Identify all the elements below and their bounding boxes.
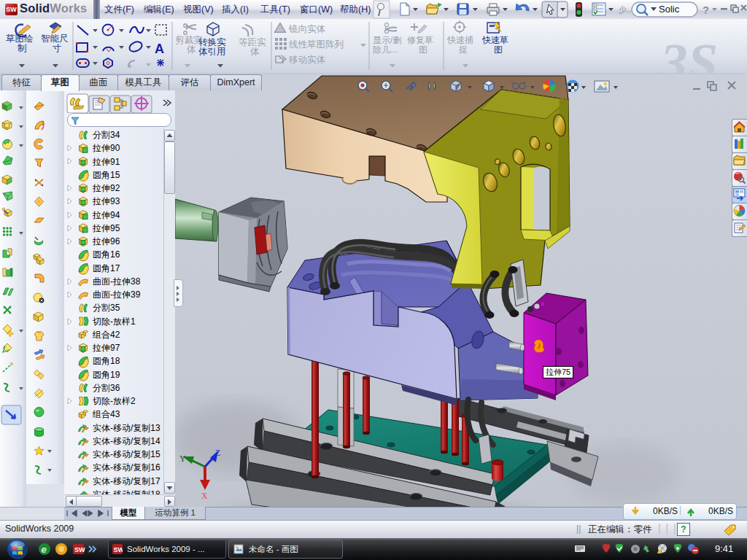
svg-text:少..: 少.. <box>619 5 631 14</box>
svg-text:实体-移动/复制14: 实体-移动/复制14 <box>93 436 160 446</box>
svg-text:图: 图 <box>419 44 427 55</box>
svg-text:移动实体: 移动实体 <box>289 55 326 65</box>
svg-text:分割35: 分割35 <box>93 303 120 313</box>
svg-text:SW: SW <box>74 546 85 553</box>
svg-text:A: A <box>155 42 164 56</box>
svg-text:分割36: 分割36 <box>93 383 120 393</box>
svg-text:除几...: 除几... <box>373 44 398 55</box>
svg-text:组合43: 组合43 <box>92 409 120 419</box>
svg-text:拉伸97: 拉伸97 <box>92 343 120 353</box>
svg-text:Solic: Solic <box>659 4 680 15</box>
svg-text:制: 制 <box>18 43 27 53</box>
svg-text:圆角18: 圆角18 <box>93 356 120 366</box>
svg-text:捉: 捉 <box>458 44 468 55</box>
svg-text:线性草图阵列: 线性草图阵列 <box>289 39 344 50</box>
svg-text:曲面-拉伸39: 曲面-拉伸39 <box>93 289 141 300</box>
svg-text:圆角19: 圆角19 <box>93 370 120 380</box>
svg-text:实体-移动/复制13: 实体-移动/复制13 <box>93 423 160 433</box>
svg-text:分割34: 分割34 <box>93 130 120 140</box>
svg-text:Y: Y <box>179 454 186 464</box>
svg-text:快速捕: 快速捕 <box>446 35 473 45</box>
svg-text:?: ? <box>703 4 709 16</box>
svg-text:拉伸94: 拉伸94 <box>92 210 120 220</box>
svg-text:拉伸93: 拉伸93 <box>92 196 120 206</box>
svg-text:等距实: 等距实 <box>239 37 266 47</box>
svg-text:拉伸90: 拉伸90 <box>92 143 120 153</box>
svg-text:Z: Z <box>215 448 220 458</box>
svg-text:寸: 寸 <box>53 43 62 53</box>
svg-text:草图绘: 草图绘 <box>6 34 34 44</box>
svg-text:圆角16: 圆角16 <box>93 249 120 260</box>
svg-text:实体-移动/复制17: 实体-移动/复制17 <box>93 476 160 486</box>
svg-text:快速草: 快速草 <box>481 35 508 45</box>
svg-text:拉伸91: 拉伸91 <box>92 157 120 167</box>
svg-text:镜向实体: 镜向实体 <box>288 24 326 34</box>
svg-text:组合42: 组合42 <box>92 330 120 340</box>
svg-text:e: e <box>42 544 47 555</box>
svg-text:体: 体 <box>187 44 196 55</box>
svg-text:实体-移动/复制15: 实体-移动/复制15 <box>93 449 160 459</box>
svg-text:X: X <box>201 491 208 501</box>
svg-text:切除-放样1: 切除-放样1 <box>92 316 136 327</box>
svg-text:修复草: 修复草 <box>407 35 433 45</box>
svg-text:圆角17: 圆角17 <box>93 263 120 273</box>
svg-text:智能尺: 智能尺 <box>41 34 69 44</box>
svg-text:显示/删: 显示/删 <box>373 35 401 45</box>
svg-text:圆角15: 圆角15 <box>93 170 120 180</box>
svg-text:拉伸96: 拉伸96 <box>92 236 120 246</box>
svg-text:图: 图 <box>494 44 503 55</box>
svg-text:切除-放样2: 切除-放样2 <box>92 396 136 406</box>
svg-text:3S: 3S <box>659 32 718 73</box>
svg-text:实体-移动/复制16: 实体-移动/复制16 <box>93 462 160 472</box>
svg-text:曲面-拉伸38: 曲面-拉伸38 <box>93 276 141 287</box>
svg-text:拉伸92: 拉伸92 <box>92 183 120 193</box>
svg-text:体引用: 体引用 <box>198 47 226 57</box>
svg-text:转换实: 转换实 <box>198 37 226 47</box>
svg-text:SW: SW <box>114 546 123 553</box>
svg-text:体: 体 <box>250 47 260 57</box>
svg-text:拉伸95: 拉伸95 <box>92 223 120 233</box>
